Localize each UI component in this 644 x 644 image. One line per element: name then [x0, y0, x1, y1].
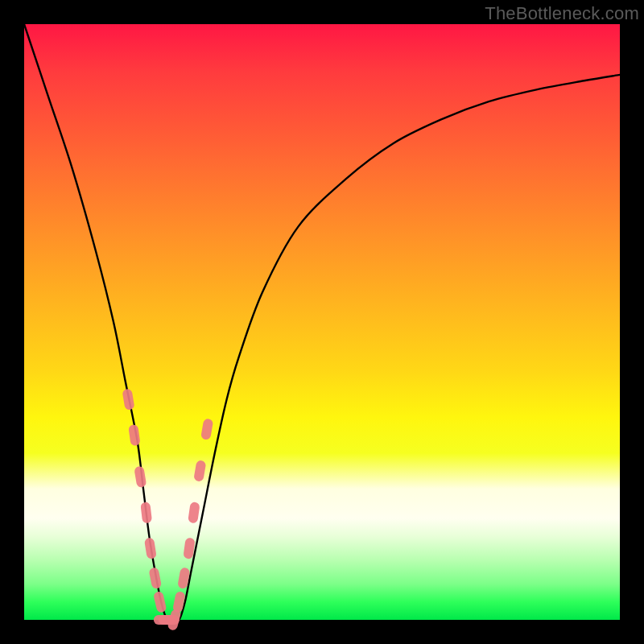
highlight-marker — [134, 466, 147, 489]
highlight-marker — [140, 502, 152, 523]
watermark-text: TheBottleneck.com — [485, 3, 639, 24]
highlight-marker — [193, 460, 206, 482]
bottleneck-curve-path — [24, 24, 620, 621]
highlight-marker — [200, 418, 213, 440]
highlight-marker — [144, 537, 157, 559]
highlight-marker — [122, 388, 134, 411]
highlight-marker — [153, 591, 167, 613]
highlight-marker — [148, 567, 162, 589]
plot-area — [24, 24, 620, 620]
highlight-marker — [188, 502, 200, 523]
curve-layer — [24, 24, 620, 621]
chart-frame: TheBottleneck.com — [0, 0, 644, 644]
highlight-marker — [128, 424, 141, 446]
marker-layer — [122, 388, 213, 631]
chart-svg — [24, 24, 620, 620]
